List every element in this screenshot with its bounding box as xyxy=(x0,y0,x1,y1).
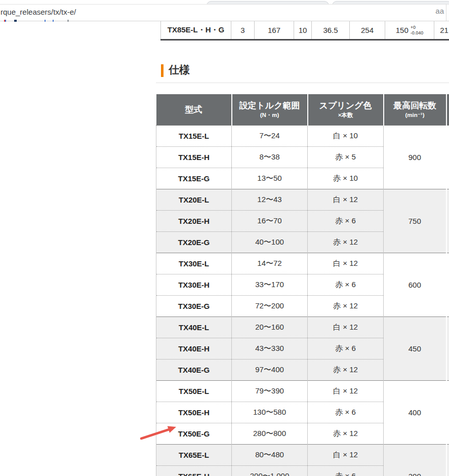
spec-cell-model: TX40E-G xyxy=(156,360,232,381)
spec-cell-model: TX50E-H xyxy=(156,402,232,423)
spec-cell-torque: 13〜50 xyxy=(232,168,308,189)
spec-cell-torque: 43〜330 xyxy=(232,338,308,360)
spec-cell-sliver xyxy=(446,317,449,381)
spec-cell-spring: 赤 × 5 xyxy=(308,147,384,168)
spec-header-col-1: 設定トルク範囲(N・m) xyxy=(232,94,308,126)
spec-cell-model: TX20E-L xyxy=(156,189,232,211)
spec-cell-spring: 赤 × 6 xyxy=(308,211,384,232)
spec-cell-spring: 赤 × 12 xyxy=(308,423,384,445)
spec-cell-spring: 赤 × 12 xyxy=(308,296,384,317)
spec-cell-spring: 赤 × 6 xyxy=(308,274,384,296)
spec-cell-torque: 16〜70 xyxy=(232,211,308,232)
tolerance-stack: +0-0.040 xyxy=(411,25,424,35)
dimensions-table-row: TX85E-L・H・G31671036.5254150+0-0.04021 xyxy=(160,21,449,41)
spec-cell-spring: 赤 × 12 xyxy=(308,360,384,381)
spec-cell-model: TX15E-G xyxy=(156,168,232,189)
spec-cell-spring: 赤 × 6 xyxy=(308,466,384,476)
spec-cell-torque: 130〜580 xyxy=(232,402,308,423)
spec-cell-spring: 赤 × 10 xyxy=(308,168,384,189)
spec-cell-torque: 8〜38 xyxy=(232,147,308,168)
spec-cell-model: TX15E-L xyxy=(156,126,232,147)
dimensions-cell: 21 xyxy=(434,21,449,39)
spec-row: TX15E-L7〜24白 × 10900 xyxy=(156,126,449,147)
spec-cell-torque: 80〜480 xyxy=(232,445,308,466)
dimensions-cell: 36.5 xyxy=(311,21,349,39)
spec-cell-sliver xyxy=(446,126,449,189)
spec-cell-max-rpm: 900 xyxy=(384,126,446,189)
spec-cell-torque: 14〜72 xyxy=(232,253,308,274)
spec-cell-spring: 赤 × 6 xyxy=(308,402,384,423)
dimensions-cell: 167 xyxy=(254,21,294,39)
spec-cell-torque: 280〜800 xyxy=(232,423,308,445)
spec-cell-torque: 20〜160 xyxy=(232,317,308,338)
spec-cell-spring: 白 × 12 xyxy=(308,189,384,211)
bookmark-favicon-fragment[interactable] xyxy=(53,20,54,22)
spec-row: TX50E-L79〜390白 × 12400 xyxy=(156,381,449,402)
spec-row: TX20E-L12〜43白 × 12750 xyxy=(156,189,449,211)
spec-row: TX40E-L20〜160白 × 12450 xyxy=(156,317,449,338)
spec-cell-torque: 97〜400 xyxy=(232,360,308,381)
dimensions-cell: 150+0-0.040 xyxy=(385,21,434,39)
spec-cell-max-rpm: 300 xyxy=(384,445,446,476)
spec-cell-sliver xyxy=(446,189,449,253)
window-edge-divider xyxy=(446,4,446,21)
dimensions-cell: 10 xyxy=(294,21,311,39)
spec-cell-torque: 72〜200 xyxy=(232,296,308,317)
section-accent-bar xyxy=(161,64,164,77)
spec-cell-sliver xyxy=(446,381,449,445)
dimensions-cell: 3 xyxy=(231,21,254,39)
spec-cell-model: TX50E-G xyxy=(156,423,232,445)
address-url-text[interactable]: rque_releasers/tx/tx-e/ xyxy=(1,8,76,16)
spec-cell-spring: 白 × 12 xyxy=(308,381,384,402)
spec-header-sliver xyxy=(446,94,449,126)
spec-cell-max-rpm: 400 xyxy=(384,381,446,445)
spec-header-col-0: 型式 xyxy=(156,94,232,126)
spec-cell-spring: 白 × 12 xyxy=(308,445,384,466)
tolerance-nominal: 150 xyxy=(396,26,409,34)
section-title: 仕様 xyxy=(169,63,190,77)
spec-cell-torque: 33〜170 xyxy=(232,274,308,296)
spec-cell-max-rpm: 450 xyxy=(384,317,446,381)
toolbar-right-text: aa xyxy=(435,7,444,15)
spec-row: TX65E-L80〜480白 × 12300 xyxy=(156,445,449,466)
spec-cell-max-rpm: 600 xyxy=(384,253,446,317)
spec-cell-model: TX40E-H xyxy=(156,338,232,360)
spec-cell-model: TX15E-H xyxy=(156,147,232,168)
spec-row: TX30E-L14〜72白 × 12600 xyxy=(156,253,449,274)
spec-header-col-2: スプリング色×本数 xyxy=(308,94,384,126)
spec-cell-torque: 200〜1,000 xyxy=(232,466,308,476)
spec-cell-spring: 赤 × 12 xyxy=(308,232,384,253)
browser-tab[interactable] xyxy=(332,1,449,5)
dimensions-cell: 254 xyxy=(349,21,385,39)
spec-cell-sliver xyxy=(446,445,449,476)
spec-cell-model: TX65E-L xyxy=(156,445,232,466)
spec-cell-model: TX30E-H xyxy=(156,274,232,296)
dimensions-cell: TX85E-L・H・G xyxy=(160,21,231,39)
spec-table-wrap: 型式設定トルク範囲(N・m)スプリング色×本数最高回転数(min⁻¹) TX15… xyxy=(156,94,449,476)
browser-tab[interactable] xyxy=(207,1,329,5)
spec-cell-model: TX30E-L xyxy=(156,253,232,274)
browser-toolbar: rque_releasers/tx/tx-e/ aa xyxy=(0,5,449,21)
spec-table: 型式設定トルク範囲(N・m)スプリング色×本数最高回転数(min⁻¹) TX15… xyxy=(156,94,449,476)
spec-cell-torque: 40〜100 xyxy=(232,232,308,253)
spec-cell-spring: 白 × 12 xyxy=(308,253,384,274)
spec-cell-spring: 白 × 12 xyxy=(308,317,384,338)
page: { "browser": { "url_fragment": "rque_rel… xyxy=(0,0,449,476)
spec-header-col-3: 最高回転数(min⁻¹) xyxy=(384,94,446,126)
bookmark-favicon-fragment[interactable] xyxy=(67,20,69,22)
bookmark-favicon-fragment[interactable] xyxy=(45,20,46,22)
section-divider xyxy=(156,83,449,83)
spec-cell-torque: 12〜43 xyxy=(232,189,308,211)
spec-cell-torque: 7〜24 xyxy=(232,126,308,147)
spec-cell-model: TX30E-G xyxy=(156,296,232,317)
bookmark-favicon-fragment[interactable] xyxy=(4,20,6,22)
spec-cell-spring: 白 × 10 xyxy=(308,126,384,147)
browser-tab-strip xyxy=(0,0,449,5)
spec-cell-model: TX65E-H xyxy=(156,466,232,476)
spec-cell-model: TX20E-H xyxy=(156,211,232,232)
spec-cell-max-rpm: 750 xyxy=(384,189,446,253)
spec-cell-spring: 赤 × 6 xyxy=(308,338,384,360)
bookmark-favicon-fragment[interactable] xyxy=(14,20,17,22)
spec-cell-model: TX50E-L xyxy=(156,381,232,402)
spec-cell-model: TX40E-L xyxy=(156,317,232,338)
